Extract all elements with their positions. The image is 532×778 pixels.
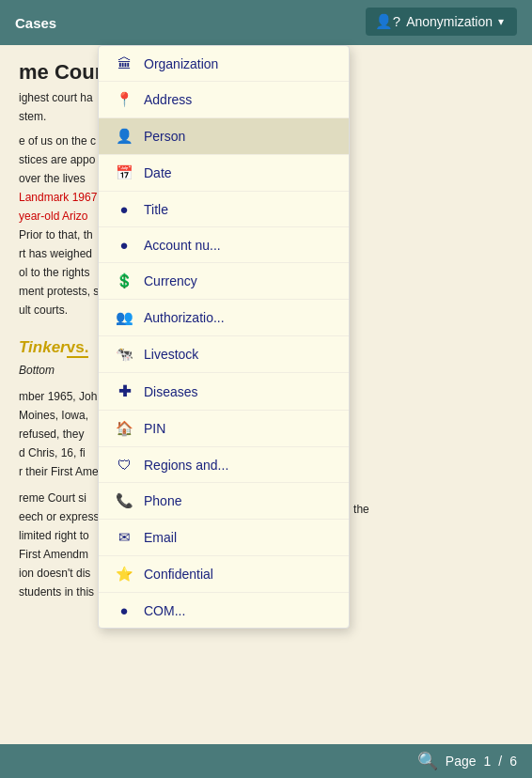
menu-item-pin[interactable]: 🏠 PIN (99, 411, 349, 447)
person-icon: 👤? (375, 13, 400, 30)
menu-label-person: Person (144, 129, 185, 144)
menu-label-address: Address (144, 92, 192, 107)
authorization-icon: 👥 (116, 309, 133, 326)
menu-label-email: Email (144, 530, 177, 545)
anonymization-button[interactable]: 👤? Anonymization ▾ (366, 8, 517, 36)
menu-item-com[interactable]: ● COM... (99, 593, 349, 628)
menu-item-title[interactable]: ● Title (99, 192, 349, 227)
email-icon: ✉ (116, 529, 133, 546)
address-icon: 📍 (116, 91, 133, 108)
menu-label-phone: Phone (144, 493, 181, 508)
menu-item-phone[interactable]: 📞 Phone (99, 483, 349, 520)
title-icon: ● (116, 201, 133, 217)
person-menu-icon: 👤 (116, 128, 133, 145)
com-icon: ● (116, 602, 133, 618)
menu-item-email[interactable]: ✉ Email (99, 520, 349, 556)
menu-item-currency[interactable]: 💲 Currency (99, 263, 349, 300)
menu-item-diseases[interactable]: ✚ Diseases (99, 373, 349, 411)
pin-icon: 🏠 (116, 420, 133, 437)
anon-button-label: Anonymization (406, 14, 493, 29)
menu-label-confidential: Confidential (144, 567, 213, 582)
anonymization-dropdown: 🏛 Organization 📍 Address 👤 Person 📅 Date… (98, 45, 350, 629)
menu-item-authorization[interactable]: 👥 Authorizatio... (99, 300, 349, 336)
pagination: 🔍 Page 1 / 6 (417, 751, 517, 771)
menu-label-account: Account nu... (144, 238, 221, 253)
menu-label-date: Date (144, 165, 172, 180)
diseases-icon: ✚ (116, 382, 133, 400)
chevron-down-icon: ▾ (498, 15, 504, 28)
page-current: 1 (484, 754, 492, 769)
livestock-icon: 🐄 (116, 346, 133, 363)
menu-item-person[interactable]: 👤 Person (99, 118, 349, 155)
page-label: Page (446, 754, 477, 769)
menu-label-pin: PIN (144, 421, 165, 436)
menu-item-organization[interactable]: 🏛 Organization (99, 46, 349, 82)
menu-label-organization: Organization (144, 56, 218, 71)
menu-label-regions: Regions and... (144, 458, 228, 473)
date-icon: 📅 (116, 164, 133, 181)
menu-item-address[interactable]: 📍 Address (99, 82, 349, 118)
top-bar: Cases 👤? Anonymization ▾ (0, 0, 532, 45)
confidential-icon: ⭐ (116, 566, 133, 583)
bottom-bar: 🔍 Page 1 / 6 (0, 744, 532, 778)
page-zoom-icon: 🔍 (417, 751, 438, 771)
organization-icon: 🏛 (116, 55, 133, 71)
currency-icon: 💲 (116, 272, 133, 289)
phone-icon: 📞 (116, 492, 133, 509)
menu-label-com: COM... (144, 603, 185, 618)
page-separator: / (498, 754, 502, 769)
menu-label-title: Title (144, 202, 168, 217)
menu-item-date[interactable]: 📅 Date (99, 155, 349, 192)
menu-label-livestock: Livestock (144, 347, 198, 362)
menu-label-currency: Currency (144, 273, 197, 288)
regions-icon: 🛡 (116, 457, 133, 473)
page-total: 6 (509, 754, 517, 769)
menu-label-authorization: Authorizatio... (144, 310, 225, 325)
menu-item-livestock[interactable]: 🐄 Livestock (99, 336, 349, 373)
menu-label-diseases: Diseases (144, 384, 198, 399)
app-title: Cases (15, 15, 56, 31)
account-icon: ● (116, 237, 133, 253)
menu-item-regions[interactable]: 🛡 Regions and... (99, 447, 349, 483)
menu-item-confidential[interactable]: ⭐ Confidential (99, 556, 349, 593)
menu-item-account[interactable]: ● Account nu... (99, 227, 349, 263)
